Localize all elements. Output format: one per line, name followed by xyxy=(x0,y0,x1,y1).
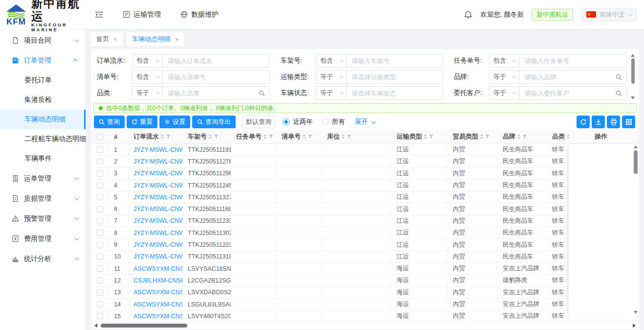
query-export-button[interactable]: 查询导出 xyxy=(192,116,236,128)
order-serial-link[interactable]: ASCWSYXM-CNSHS-C... xyxy=(133,313,183,320)
sidebar-subitem-port-quality-check[interactable]: 集港质检 xyxy=(0,90,86,110)
vehicle-status-input[interactable] xyxy=(347,90,443,97)
scrollbar-thumb[interactable] xyxy=(631,58,635,84)
sort-icon[interactable] xyxy=(161,134,164,139)
operator-select[interactable]: 等于 xyxy=(316,71,347,83)
table-row[interactable]: 6 JYZY-MSWL-CNWHN-... TTKJ250511168... 江… xyxy=(91,203,639,215)
search-icon[interactable] xyxy=(616,74,622,80)
filter-icon[interactable] xyxy=(268,134,273,139)
operator-select[interactable]: 等于 xyxy=(489,87,520,99)
scroll-left-arrow[interactable] xyxy=(94,324,97,328)
row-checkbox[interactable] xyxy=(97,313,103,319)
sort-icon[interactable] xyxy=(517,134,520,139)
scroll-down-arrow[interactable] xyxy=(631,96,635,99)
sidebar-item-project-contract[interactable]: 项目合同 xyxy=(0,30,86,50)
nav-data-maintenance[interactable]: 数据维护 xyxy=(180,10,219,19)
radio-all[interactable]: 所有 xyxy=(322,118,345,126)
table-row[interactable]: 14 ASCWSYXM-CNSHS-C... LSGUL83L9SA01... … xyxy=(91,299,639,310)
row-checkbox[interactable] xyxy=(97,170,103,177)
query-button[interactable]: 查询 xyxy=(94,116,125,128)
order-serial-link[interactable]: JYZY-MSWL-CNWHN-... xyxy=(133,217,183,224)
table-row[interactable]: 1 JYZY-MSWL-CNWHN-... TTKJ250511191... 江… xyxy=(91,144,639,156)
row-checkbox[interactable] xyxy=(97,182,103,189)
sidebar-item-warning-management[interactable]: 预警管理 xyxy=(0,209,86,229)
filter-icon[interactable] xyxy=(485,134,490,139)
client-input[interactable] xyxy=(520,90,616,97)
sort-icon[interactable] xyxy=(264,134,266,139)
operator-select[interactable]: 等于 xyxy=(133,87,163,99)
table-row[interactable]: 8 JYZY-MSWL-CNWHN-... TTKJ250511302... 江… xyxy=(91,227,639,239)
filter-icon[interactable] xyxy=(429,134,434,139)
order-serial-input[interactable] xyxy=(163,57,269,65)
scrollbar-thumb[interactable] xyxy=(101,324,187,328)
table-row[interactable]: 7 JYZY-MSWL-CNWHN-... TTKJ250511233... 江… xyxy=(91,215,639,227)
order-serial-link[interactable]: JYZY-MSWL-CNWHN-... xyxy=(133,170,183,177)
table-row[interactable]: 9 JYZY-MSWL-CNWHN-... TTKJ250511223... 江… xyxy=(91,239,639,251)
sidebar-item-quality-damage-management[interactable]: 质损管理 xyxy=(0,189,86,209)
scrollbar-thumb[interactable] xyxy=(634,150,638,174)
menu-fold-icon[interactable] xyxy=(95,11,103,19)
order-serial-link[interactable]: JYZY-MSWL-CNWHN-... xyxy=(133,253,183,260)
row-checkbox[interactable] xyxy=(97,265,103,272)
col-transport-type[interactable]: 运输类型 xyxy=(392,130,448,143)
filter-scrollbar[interactable] xyxy=(630,54,635,99)
sidebar-subitem-vehicle-dynamics-detail[interactable]: 车辆动态明细 xyxy=(0,110,86,129)
filter-icon[interactable] xyxy=(522,134,527,139)
table-row[interactable]: 4 JYZY-MSWL-CNWHN-... TTKJ250511245... 江… xyxy=(91,180,639,191)
order-serial-link[interactable]: ASCWSYXM-CNSHS-C... xyxy=(133,301,183,308)
order-serial-link[interactable]: JYZY-MSWL-CNWHN-... xyxy=(133,241,183,248)
sidebar-subitem-vehicle-events[interactable]: 车辆事件 xyxy=(0,149,86,168)
sort-icon[interactable] xyxy=(342,134,345,139)
row-checkbox[interactable] xyxy=(97,194,103,200)
row-checkbox[interactable] xyxy=(97,218,103,224)
col-category[interactable]: 品类 xyxy=(549,130,569,143)
notification-bell-icon[interactable] xyxy=(464,10,472,19)
sort-icon[interactable] xyxy=(424,134,427,139)
radio-recent-two-years[interactable]: 近两年 xyxy=(283,118,313,126)
sidebar-item-statistics-analysis[interactable]: 统计分析 xyxy=(0,249,86,269)
table-row[interactable]: 13 ASCWSYXM-CNSHS-C... LSVXDABD0S20... 海… xyxy=(91,287,639,299)
select-all-checkbox[interactable] xyxy=(97,134,103,140)
filter-icon[interactable] xyxy=(214,134,219,139)
row-checkbox[interactable] xyxy=(97,277,103,283)
transport-type-input[interactable] xyxy=(347,73,443,81)
sidebar-item-waybill-management[interactable]: 运单管理 xyxy=(0,168,86,189)
operator-select[interactable]: 包含 xyxy=(316,54,347,67)
operator-select[interactable]: 等于 xyxy=(316,87,347,99)
frame-no-input[interactable] xyxy=(347,57,443,65)
expand-link[interactable]: 展开 xyxy=(355,118,375,126)
scroll-down-arrow[interactable] xyxy=(634,311,638,314)
refresh-table-button[interactable] xyxy=(577,116,590,128)
col-brand[interactable]: 品牌 xyxy=(498,130,549,143)
scroll-up-arrow[interactable] xyxy=(634,145,638,148)
order-serial-link[interactable]: JYZY-MSWL-CNWHN-... xyxy=(133,206,183,212)
row-checkbox[interactable] xyxy=(97,289,103,296)
reset-button[interactable]: 重置 xyxy=(127,116,157,128)
col-location[interactable]: 库位 xyxy=(322,130,392,143)
category-input[interactable] xyxy=(163,90,259,97)
sidebar-item-expense-management[interactable]: 费用管理 xyxy=(0,229,86,249)
row-checkbox[interactable] xyxy=(97,301,103,307)
operator-select[interactable]: 包含 xyxy=(133,54,163,67)
list-no-input[interactable] xyxy=(163,73,269,81)
language-selector[interactable]: ★ 简体中文 xyxy=(581,8,637,22)
col-trade-type[interactable]: 贸易类型 xyxy=(448,130,498,143)
table-horizontal-scrollbar[interactable] xyxy=(91,322,639,329)
tab-home[interactable]: 首页 × xyxy=(91,32,123,46)
row-checkbox[interactable] xyxy=(97,254,103,260)
sort-icon[interactable] xyxy=(209,134,212,139)
operator-select[interactable]: 包含 xyxy=(133,71,163,83)
table-row[interactable]: 5 JYZY-MSWL-CNWHN-... TTKJ250511327... 江… xyxy=(91,191,639,203)
search-icon[interactable] xyxy=(616,90,622,96)
task-no-input[interactable] xyxy=(520,57,626,65)
sidebar-subitem-second-voyage-vehicle-detail[interactable]: 二程船车辆动态明细 xyxy=(0,129,86,149)
operator-select[interactable]: 包含 xyxy=(489,54,520,67)
row-checkbox[interactable] xyxy=(97,206,103,212)
nav-transport-management[interactable]: 运输管理 xyxy=(123,10,161,19)
table-row[interactable]: 10 JYZY-MSWL-CNWHN-... TTKJ250511318... … xyxy=(91,251,639,263)
col-list-no[interactable]: 清单号 xyxy=(277,130,322,143)
row-checkbox[interactable] xyxy=(97,230,103,236)
scroll-up-arrow[interactable] xyxy=(631,54,635,57)
column-settings-button[interactable] xyxy=(622,116,635,128)
sort-icon[interactable] xyxy=(303,134,306,139)
